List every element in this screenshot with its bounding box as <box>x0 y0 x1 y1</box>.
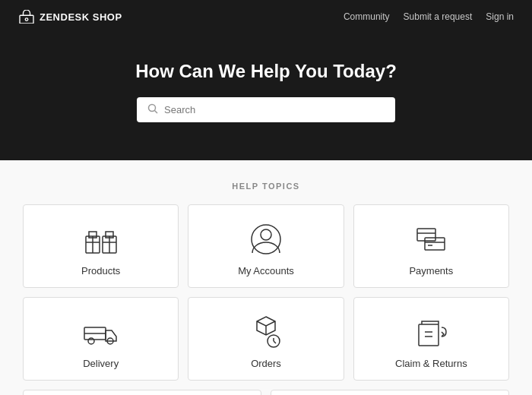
card-discount-codes[interactable]: % Discount Codes <box>23 390 261 395</box>
svg-rect-27 <box>419 324 439 346</box>
svg-point-20 <box>88 338 94 344</box>
search-bar <box>137 97 395 122</box>
header-nav: Community Submit a request Sign in <box>344 11 514 22</box>
bottom-cards-row: % Discount Codes Gift Cards <box>23 390 509 395</box>
my-accounts-label: My Accounts <box>238 265 294 276</box>
search-icon <box>147 103 158 116</box>
orders-icon <box>248 314 284 350</box>
hero-section: How Can We Help You Today? <box>0 33 532 160</box>
svg-point-2 <box>149 105 156 112</box>
nav-submit-request[interactable]: Submit a request <box>404 11 473 22</box>
svg-rect-16 <box>425 238 445 250</box>
claim-returns-icon <box>413 314 449 350</box>
hero-title: How Can We Help You Today? <box>15 61 517 82</box>
logo: ZENDESK SHOP <box>18 10 122 24</box>
card-products[interactable]: Products <box>23 204 179 288</box>
svg-rect-14 <box>417 229 435 241</box>
section-label: HELP TOPICS <box>23 182 509 191</box>
header: ZENDESK SHOP Community Submit a request … <box>0 0 532 33</box>
card-my-accounts[interactable]: My Accounts <box>188 204 344 288</box>
logo-icon <box>18 10 35 24</box>
svg-rect-0 <box>20 15 33 24</box>
card-delivery[interactable]: Delivery <box>23 297 179 381</box>
delivery-icon <box>83 314 119 350</box>
products-icon <box>83 221 119 258</box>
delivery-label: Delivery <box>83 358 119 369</box>
products-label: Products <box>81 265 120 276</box>
help-topics-grid: Products My Accounts Payments <box>23 204 509 381</box>
card-payments[interactable]: Payments <box>353 204 509 288</box>
svg-line-3 <box>155 111 158 114</box>
card-claim-returns[interactable]: Claim & Returns <box>353 297 509 381</box>
orders-label: Orders <box>251 358 281 369</box>
logo-text: ZENDESK SHOP <box>40 11 122 23</box>
svg-point-13 <box>261 229 271 240</box>
my-accounts-icon <box>248 221 284 258</box>
payments-icon <box>413 221 449 258</box>
card-orders[interactable]: Orders <box>188 297 344 381</box>
search-input[interactable] <box>164 104 385 115</box>
card-gift-cards[interactable]: Gift Cards <box>271 390 509 395</box>
nav-sign-in[interactable]: Sign in <box>486 11 514 22</box>
main-content: HELP TOPICS Products My Acc <box>0 160 532 395</box>
svg-point-1 <box>25 18 28 21</box>
claim-returns-label: Claim & Returns <box>395 358 467 369</box>
nav-community[interactable]: Community <box>344 11 390 22</box>
payments-label: Payments <box>409 265 453 276</box>
